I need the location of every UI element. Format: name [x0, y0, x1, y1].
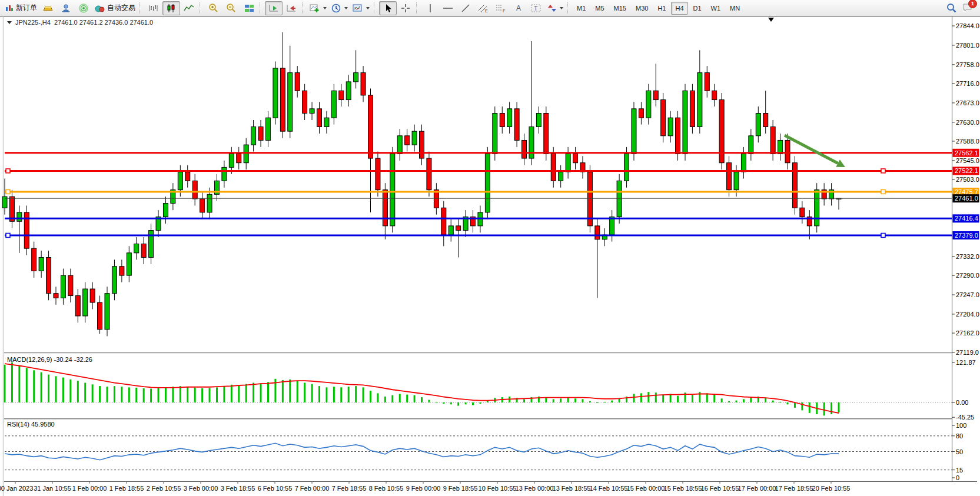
candle — [632, 109, 636, 154]
chart-title-overlay[interactable]: JPN225-,H4 27461.0 27461.2 27436.0 27461… — [7, 19, 153, 26]
chart-menu-icon[interactable] — [7, 21, 12, 24]
candle — [639, 109, 643, 118]
candle — [712, 91, 717, 99]
candle — [397, 136, 402, 154]
timeframe-group: M1M5M15M30H1H4D1W1MN — [573, 2, 744, 15]
zoom-in-button[interactable] — [205, 1, 222, 15]
vertical-line-button[interactable] — [421, 1, 439, 15]
time-axis[interactable]: 30 Jan 202331 Jan 10:551 Feb 00:001 Feb … — [0, 483, 980, 496]
svg-text:121.87: 121.87 — [956, 359, 976, 366]
svg-text:27503.0: 27503.0 — [956, 176, 979, 183]
candle — [273, 68, 278, 118]
new-order-button[interactable]: 新订单 — [2, 1, 39, 15]
add-indicator-button[interactable] — [307, 1, 329, 15]
bearish-arrow-annotation[interactable] — [785, 135, 845, 167]
time-label: 1 Feb 00:00 — [72, 485, 107, 492]
svg-text:27247.0: 27247.0 — [956, 291, 979, 298]
timeframe-D1[interactable]: D1 — [689, 2, 706, 15]
candle — [200, 199, 205, 212]
candlestick-chart-button[interactable] — [162, 1, 180, 15]
auto-scroll-icon — [268, 4, 279, 13]
timeframe-H1[interactable]: H1 — [653, 2, 670, 15]
zoom-in-icon — [208, 3, 219, 13]
crosshair-button[interactable] — [397, 1, 414, 15]
horizontal-line-button[interactable] — [439, 1, 457, 15]
time-label: 13 Feb 18:55 — [553, 485, 591, 492]
candle — [551, 154, 556, 181]
candle — [134, 244, 139, 253]
candle — [595, 226, 600, 239]
timeframe-M1[interactable]: M1 — [573, 2, 590, 15]
candle — [46, 257, 51, 293]
notifications-button[interactable]: 1 — [962, 2, 973, 14]
timeframe-M5[interactable]: M5 — [591, 2, 608, 15]
line-chart-button[interactable] — [180, 1, 198, 15]
svg-text:27290.0: 27290.0 — [956, 272, 979, 279]
text-a-icon: A — [514, 4, 523, 13]
candle — [229, 154, 234, 167]
auto-trading-button[interactable]: 自动交易 — [92, 1, 138, 15]
candle — [310, 109, 314, 114]
gold-button[interactable] — [39, 1, 57, 15]
candle — [368, 95, 373, 158]
arrows-button[interactable] — [545, 1, 566, 15]
timeframe-W1[interactable]: W1 — [707, 2, 725, 15]
line-handle — [6, 233, 10, 237]
search-icon[interactable] — [946, 3, 956, 13]
candle — [514, 109, 519, 141]
line-handle — [881, 169, 885, 173]
horizontal-line-icon — [443, 4, 453, 13]
candle — [544, 114, 549, 154]
candle — [405, 136, 410, 145]
candle — [676, 118, 680, 154]
timeframe-M30[interactable]: M30 — [632, 2, 652, 15]
fibonacci-button[interactable]: F — [492, 1, 510, 15]
svg-text:80: 80 — [956, 432, 963, 440]
text-button[interactable]: A — [510, 1, 527, 15]
candle — [376, 158, 380, 190]
time-label: 3 Feb 00:00 — [184, 485, 218, 492]
chart-shift-button[interactable] — [283, 1, 300, 15]
time-label: 10 Feb 10:55 — [479, 485, 517, 492]
bar-chart-icon — [148, 4, 159, 13]
macd-pane: 121.870.00-45.25 — [5, 359, 976, 421]
period-button[interactable] — [329, 1, 350, 15]
svg-text:27758.0: 27758.0 — [956, 61, 979, 68]
timeframe-MN[interactable]: MN — [726, 2, 744, 15]
shift-marker-icon[interactable] — [768, 18, 774, 22]
bar-chart-button[interactable] — [145, 1, 162, 15]
candle — [573, 154, 578, 162]
template-button[interactable] — [350, 1, 372, 15]
candle — [756, 114, 760, 136]
timeframe-H4[interactable]: H4 — [671, 2, 687, 15]
candle — [119, 267, 124, 275]
text-label-button[interactable]: T — [527, 1, 545, 15]
svg-text:27475.7: 27475.7 — [955, 188, 978, 195]
trendline-button[interactable] — [457, 1, 474, 15]
svg-text:T: T — [534, 5, 538, 12]
toolbar-separator — [567, 2, 571, 14]
time-label: 1 Feb 18:55 — [109, 485, 144, 492]
crosshair-icon — [401, 4, 410, 13]
time-label: 7 Feb 18:55 — [332, 485, 367, 492]
signals-button[interactable] — [75, 1, 92, 15]
dropdown-arrow-icon — [323, 7, 327, 9]
svg-text:27416.4: 27416.4 — [955, 215, 978, 222]
toolbar-separator — [374, 2, 377, 14]
auto-scroll-button[interactable] — [265, 1, 283, 15]
candle — [68, 275, 73, 295]
pane-frame — [0, 16, 980, 496]
timeframe-M15[interactable]: M15 — [610, 2, 630, 15]
equidistant-channel-button[interactable]: E — [474, 1, 492, 15]
candle — [441, 208, 446, 235]
zoom-out-button[interactable] — [222, 1, 240, 15]
time-label: 15 Feb 00:00 — [627, 485, 665, 492]
tile-windows-icon — [244, 4, 254, 13]
toolbar: 新订单 自动交易 — [0, 0, 980, 16]
svg-text:27716.0: 27716.0 — [956, 80, 979, 87]
cursor-button[interactable] — [379, 1, 397, 15]
chart-canvas[interactable]: 27844.027801.027758.027716.027673.027630… — [0, 16, 980, 496]
tile-windows-button[interactable] — [240, 1, 258, 15]
profile-button[interactable] — [57, 1, 75, 15]
time-label: 16 Feb 10:55 — [701, 485, 739, 492]
